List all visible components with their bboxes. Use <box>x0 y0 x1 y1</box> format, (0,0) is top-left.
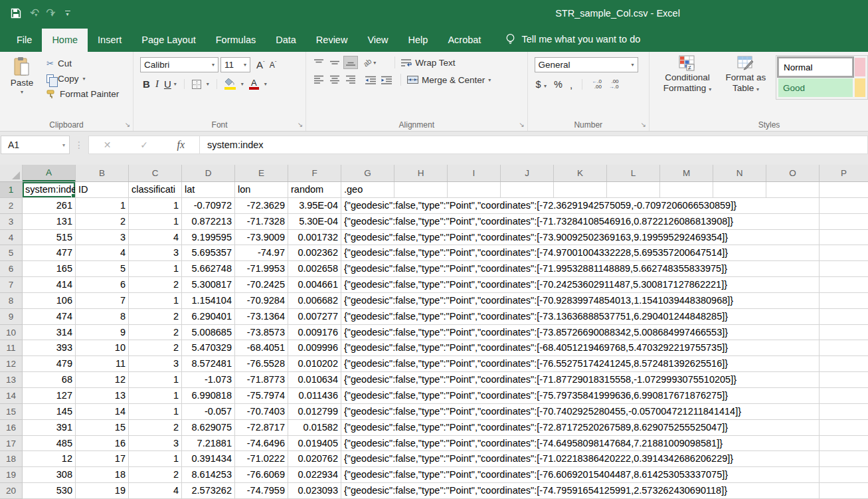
cell-C5[interactable]: 3 <box>129 245 182 261</box>
cell-A10[interactable]: 314 <box>23 325 76 341</box>
cell-D4[interactable]: 9.199595 <box>182 230 235 246</box>
cell-E12[interactable]: -76.5528 <box>235 356 288 372</box>
cell-D19[interactable]: 8.614253 <box>182 467 235 483</box>
cell-A19[interactable]: 308 <box>23 467 76 483</box>
cell-A14[interactable]: 127 <box>23 388 76 404</box>
merge-center-button[interactable]: Merge & Center ▾ <box>407 75 491 85</box>
cut-button[interactable]: ✂Cut <box>46 58 119 68</box>
cell-E11[interactable]: -68.4051 <box>235 340 288 356</box>
customize-quick-access-icon[interactable]: ▾ <box>65 11 70 16</box>
cell-D8[interactable]: 1.154104 <box>182 293 235 309</box>
cell-B10[interactable]: 9 <box>76 325 129 341</box>
cell-F19[interactable]: 0.022934 <box>288 467 341 483</box>
borders-icon[interactable] <box>192 80 201 89</box>
col-header-O[interactable]: O <box>766 165 820 181</box>
cell-P8[interactable] <box>820 293 868 309</box>
orientation-button[interactable]: ab▾ <box>363 58 376 66</box>
cell-E13[interactable]: -71.8773 <box>235 372 288 388</box>
font-size-dropdown-icon[interactable]: ▾ <box>240 62 246 68</box>
cell-style-good[interactable]: Good <box>778 78 853 97</box>
cell-D10[interactable]: 5.008685 <box>182 325 235 341</box>
cell-B8[interactable]: 7 <box>76 293 129 309</box>
cell-A16[interactable]: 391 <box>23 420 76 436</box>
cell-C1[interactable]: classificati <box>129 182 182 198</box>
cell-L1[interactable] <box>607 182 660 198</box>
cell-P9[interactable] <box>820 309 868 325</box>
comma-format-button[interactable]: , <box>570 79 572 90</box>
col-header-I[interactable]: I <box>448 165 501 181</box>
row-header-7[interactable]: 7 <box>0 277 23 293</box>
cell-F16[interactable]: 0.01582 <box>288 420 341 436</box>
row-header-9[interactable]: 9 <box>0 309 23 325</box>
cell-C19[interactable]: 2 <box>129 467 182 483</box>
cell-P3[interactable] <box>820 214 868 230</box>
cell-P4[interactable] <box>820 230 868 246</box>
currency-format-button[interactable]: $ ▾ <box>536 78 547 90</box>
cell-B13[interactable]: 12 <box>76 372 129 388</box>
cell-B14[interactable]: 13 <box>76 388 129 404</box>
cell-A12[interactable]: 479 <box>23 356 76 372</box>
tab-home[interactable]: Home <box>42 29 88 52</box>
cell-E1[interactable]: lon <box>235 182 288 198</box>
cell-G4[interactable]: {"geodesic":false,"type":"Point","coordi… <box>341 230 820 246</box>
cell-F5[interactable]: 0.002362 <box>288 245 341 261</box>
decrease-decimal-button[interactable]: .00→.0 <box>609 79 619 90</box>
paste-dropdown-icon[interactable]: ▾ <box>21 89 23 95</box>
cell-G13[interactable]: {"geodesic":false,"type":"Point","coordi… <box>341 372 820 388</box>
increase-font-size-button[interactable]: Aˆ <box>256 59 265 70</box>
top-align-button[interactable] <box>311 56 326 69</box>
row-header-18[interactable]: 18 <box>0 451 23 467</box>
conditional-formatting-button[interactable]: ≠ Conditional Formatting ▾ <box>656 55 719 95</box>
cell-G5[interactable]: {"geodesic":false,"type":"Point","coordi… <box>341 245 820 261</box>
cell-A5[interactable]: 477 <box>23 245 76 261</box>
cell-E16[interactable]: -72.8717 <box>235 420 288 436</box>
cell-F14[interactable]: 0.011436 <box>288 388 341 404</box>
cell-G20[interactable]: {"geodesic":false,"type":"Point","coordi… <box>341 483 820 499</box>
cell-P6[interactable] <box>820 261 868 277</box>
row-header-10[interactable]: 10 <box>0 325 23 341</box>
cell-style-bad-partial[interactable] <box>855 58 865 76</box>
cell-B5[interactable]: 4 <box>76 245 129 261</box>
cell-C18[interactable]: 1 <box>129 451 182 467</box>
row-header-13[interactable]: 13 <box>0 372 23 388</box>
cell-F12[interactable]: 0.010202 <box>288 356 341 372</box>
cell-H1[interactable] <box>394 182 448 198</box>
name-box[interactable]: A1▾ <box>1 136 70 154</box>
wrap-text-button[interactable]: Wrap Text <box>401 58 455 68</box>
cell-B19[interactable]: 18 <box>76 467 129 483</box>
cell-D14[interactable]: 6.990818 <box>182 388 235 404</box>
cell-C14[interactable]: 1 <box>129 388 182 404</box>
cell-F18[interactable]: 0.020762 <box>288 451 341 467</box>
currency-dropdown-icon[interactable]: ▾ <box>544 83 547 89</box>
cell-A1[interactable]: system:index <box>23 182 76 198</box>
row-header-19[interactable]: 19 <box>0 467 23 483</box>
cell-B16[interactable]: 15 <box>76 420 129 436</box>
font-name-dropdown-icon[interactable]: ▾ <box>209 62 215 68</box>
format-as-table-button[interactable]: Format as Table ▾ <box>721 55 770 95</box>
formula-input[interactable]: system:index <box>200 136 868 154</box>
cell-D7[interactable]: 5.300817 <box>182 277 235 293</box>
cell-M1[interactable] <box>660 182 713 198</box>
cell-G2[interactable]: {"geodesic":false,"type":"Point","coordi… <box>341 198 820 214</box>
format-painter-button[interactable]: Format Painter <box>46 89 119 99</box>
cell-F17[interactable]: 0.019405 <box>288 436 341 452</box>
cell-C2[interactable]: 1 <box>129 198 182 214</box>
row-header-2[interactable]: 2 <box>0 198 23 214</box>
cell-F6[interactable]: 0.002658 <box>288 261 341 277</box>
cell-F10[interactable]: 0.009176 <box>288 325 341 341</box>
cell-D6[interactable]: 5.662748 <box>182 261 235 277</box>
redo-dropdown-icon[interactable]: ▾ <box>51 12 54 18</box>
cell-P12[interactable] <box>820 356 868 372</box>
col-header-E[interactable]: E <box>235 165 288 181</box>
undo-button[interactable]: ↶▾ <box>30 7 37 19</box>
cell-A3[interactable]: 131 <box>23 214 76 230</box>
row-header-3[interactable]: 3 <box>0 214 23 230</box>
col-header-K[interactable]: K <box>554 165 607 181</box>
cell-C6[interactable]: 1 <box>129 261 182 277</box>
cell-D16[interactable]: 8.629075 <box>182 420 235 436</box>
cell-E2[interactable]: -72.3629 <box>235 198 288 214</box>
cell-E18[interactable]: -71.0222 <box>235 451 288 467</box>
cell-P7[interactable] <box>820 277 868 293</box>
tab-formulas[interactable]: Formulas <box>206 29 266 52</box>
cell-I1[interactable] <box>448 182 501 198</box>
